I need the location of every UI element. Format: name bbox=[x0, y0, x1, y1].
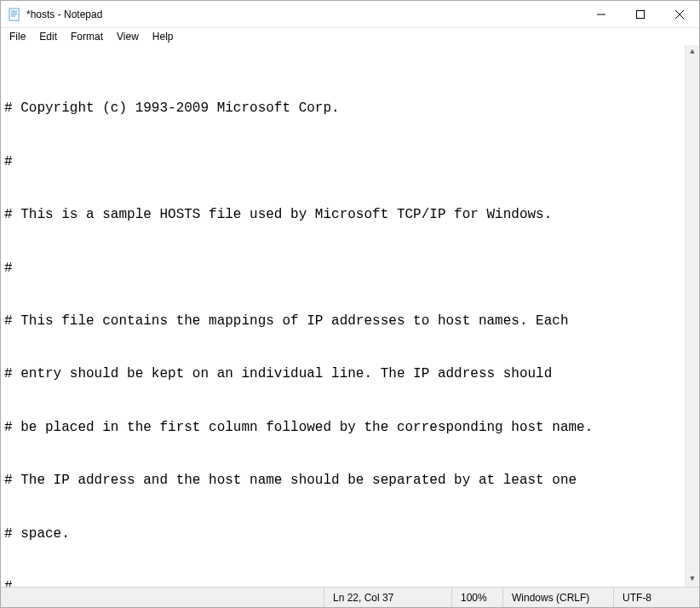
titlebar: *hosts - Notepad bbox=[1, 1, 699, 28]
text-line: # bbox=[4, 153, 696, 171]
scroll-down-icon[interactable]: ▼ bbox=[686, 572, 699, 587]
statusbar: Ln 22, Col 37 100% Windows (CRLF) UTF-8 bbox=[1, 587, 699, 607]
menu-format[interactable]: Format bbox=[64, 30, 110, 43]
close-button[interactable] bbox=[660, 1, 699, 28]
menu-help[interactable]: Help bbox=[146, 30, 181, 43]
svg-rect-6 bbox=[637, 10, 645, 18]
scroll-up-icon[interactable]: ▲ bbox=[686, 45, 699, 60]
menu-file[interactable]: File bbox=[3, 30, 32, 43]
text-line: # be placed in the first column followed… bbox=[4, 419, 696, 437]
status-encoding: UTF-8 bbox=[614, 588, 699, 607]
scroll-track[interactable] bbox=[686, 60, 699, 572]
text-line: # entry should be kept on an individual … bbox=[4, 365, 696, 383]
text-editor[interactable]: ▲ ▼ # Copyright (c) 1993-2009 Microsoft … bbox=[1, 45, 699, 587]
menu-view[interactable]: View bbox=[110, 30, 146, 43]
window-controls bbox=[582, 1, 699, 28]
text-line: # The IP address and the host name shoul… bbox=[4, 472, 696, 490]
status-position: Ln 22, Col 37 bbox=[324, 588, 452, 607]
text-line: # space. bbox=[4, 525, 696, 543]
text-line: # Copyright (c) 1993-2009 Microsoft Corp… bbox=[4, 100, 696, 118]
text-line: # This is a sample HOSTS file used by Mi… bbox=[4, 206, 696, 224]
minimize-button[interactable] bbox=[582, 1, 621, 28]
maximize-button[interactable] bbox=[621, 1, 660, 28]
window-title: *hosts - Notepad bbox=[26, 9, 582, 20]
notepad-icon bbox=[8, 8, 21, 21]
status-zoom: 100% bbox=[452, 588, 503, 607]
menu-edit[interactable]: Edit bbox=[32, 30, 64, 43]
menubar: File Edit Format View Help bbox=[1, 28, 699, 45]
text-line: # This file contains the mappings of IP … bbox=[4, 313, 696, 330]
status-line-ending: Windows (CRLF) bbox=[503, 588, 614, 607]
text-line: # bbox=[4, 260, 696, 278]
text-line: # bbox=[4, 578, 696, 587]
vertical-scrollbar[interactable]: ▲ ▼ bbox=[685, 45, 699, 587]
status-spacer bbox=[1, 588, 324, 607]
